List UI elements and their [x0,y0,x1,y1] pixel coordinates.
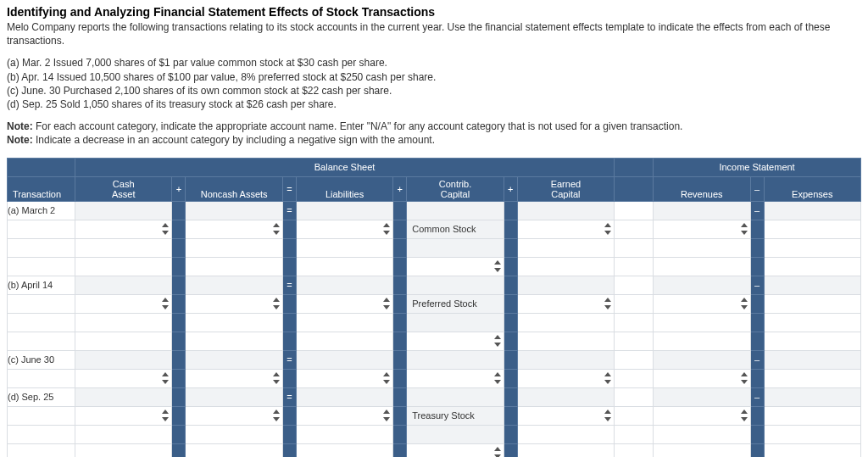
b-liab-amount[interactable] [296,276,392,294]
d-earned-amount[interactable] [517,387,614,406]
a-noncash-account[interactable] [186,220,281,238]
a-rev-account[interactable] [654,220,749,238]
c-liab-amount[interactable] [296,350,392,369]
b-noncash-account[interactable] [186,295,281,313]
row-d-label: (d) Sep. 25 [8,387,75,406]
a-contrib-amount-2[interactable] [407,238,504,257]
c-rev-account[interactable] [654,370,749,387]
op-plus-3: + [504,176,517,201]
col-contrib-capital: Contrib.Capital [407,176,504,201]
c-rev-amount[interactable] [654,350,750,369]
c-cash-account[interactable] [75,370,171,387]
a-cash-amount[interactable] [75,201,172,220]
d-rev-account[interactable] [654,407,749,425]
stepper-icon [273,298,280,309]
stepper-icon [162,410,169,421]
transaction-d: (d) Sep. 25 Sold 1,050 shares of its tre… [7,98,861,111]
intro-paragraph: Melo Company reports the following trans… [7,20,861,47]
stepper-icon [383,372,390,384]
c-noncash-account[interactable] [186,370,281,387]
stepper-icon [383,298,390,309]
op-plus-1: + [172,176,186,201]
d-earned-account[interactable] [518,407,614,425]
c-exp-amount[interactable] [764,350,860,369]
row-b-label: (b) April 14 [8,276,75,294]
col-earned-capital: EarnedCapital [517,176,614,201]
stepper-icon [162,372,169,384]
b-cash-amount[interactable] [75,276,172,294]
col-transaction: Transaction [8,176,75,201]
c-liab-account[interactable] [297,370,392,387]
a-noncash-amount[interactable] [186,201,282,220]
c-noncash-amount[interactable] [186,350,282,369]
a-earned-amount[interactable] [517,201,614,220]
a-cash-account[interactable] [75,220,171,238]
d-liab-amount[interactable] [296,387,392,406]
stepper-icon [741,223,748,235]
d-liab-account[interactable] [297,407,392,425]
col-liabilities: Liabilities [296,176,392,201]
b-rev-amount[interactable] [654,276,750,294]
stepper-icon [494,447,501,457]
group-income-statement: Income Statement [654,158,861,176]
stepper-icon [741,298,748,309]
d-cash-amount[interactable] [75,387,172,406]
b-contrib-amount-2[interactable] [407,313,504,332]
d-noncash-account[interactable] [186,407,281,425]
op-eq: = [282,176,296,201]
op-plus-2: + [393,176,407,201]
c-contrib-amount[interactable] [407,350,504,369]
c-cash-amount[interactable] [75,350,172,369]
a-earned-account[interactable] [518,220,614,238]
a-contrib-account-2[interactable] [407,258,503,276]
d-rev-amount[interactable] [654,387,750,406]
fse-table: Balance Sheet Income Statement Transacti… [7,158,861,458]
page-title: Identifying and Analyzing Financial Stat… [7,5,861,19]
stepper-icon [494,372,501,384]
col-noncash-assets: Noncash Assets [186,176,282,201]
group-balance-sheet: Balance Sheet [75,158,615,176]
a-rev-amount[interactable] [654,201,750,220]
b-cash-account[interactable] [75,295,171,313]
stepper-icon [494,335,501,347]
a-liab-account[interactable] [297,220,392,238]
b-contrib-account-1: Preferred Stock [407,295,503,313]
b-earned-account[interactable] [518,295,614,313]
c-contrib-account[interactable] [407,370,503,387]
c-earned-amount[interactable] [517,350,614,369]
stepper-icon [273,372,280,384]
d-contrib-amount[interactable] [407,387,504,406]
c-earned-account[interactable] [518,370,614,387]
b-earned-amount[interactable] [517,276,614,294]
row-a-label: (a) March 2 [8,201,75,220]
a-liab-amount[interactable] [296,201,392,220]
stepper-icon [741,410,748,421]
d-noncash-amount[interactable] [186,387,282,406]
a-exp-amount[interactable] [764,201,860,220]
stepper-icon [494,260,501,272]
stepper-icon [604,372,611,384]
note2-text: Indicate a decrease in an account catego… [36,134,435,146]
stepper-icon [383,410,390,421]
d-contrib-account-2[interactable] [407,444,503,458]
notes-block: Note: For each account category, indicat… [7,120,861,147]
d-exp-amount[interactable] [764,387,860,406]
op-minus: – [750,176,764,201]
b-rev-account[interactable] [654,295,749,313]
b-contrib-amount[interactable] [407,276,504,294]
stepper-icon [162,298,169,309]
d-contrib-amount-2[interactable] [407,425,504,443]
col-expenses: Expenses [764,176,860,201]
d-cash-account[interactable] [75,407,171,425]
stepper-icon [604,298,611,309]
stepper-icon [162,223,169,235]
stepper-icon [604,410,611,421]
b-liab-account[interactable] [297,295,392,313]
a-contrib-amount[interactable] [407,201,504,220]
row-c-label: (c) June 30 [8,350,75,369]
b-exp-amount[interactable] [764,276,860,294]
b-noncash-amount[interactable] [186,276,282,294]
b-contrib-account-2[interactable] [407,332,503,350]
stepper-icon [604,223,611,235]
stepper-icon [383,223,390,235]
